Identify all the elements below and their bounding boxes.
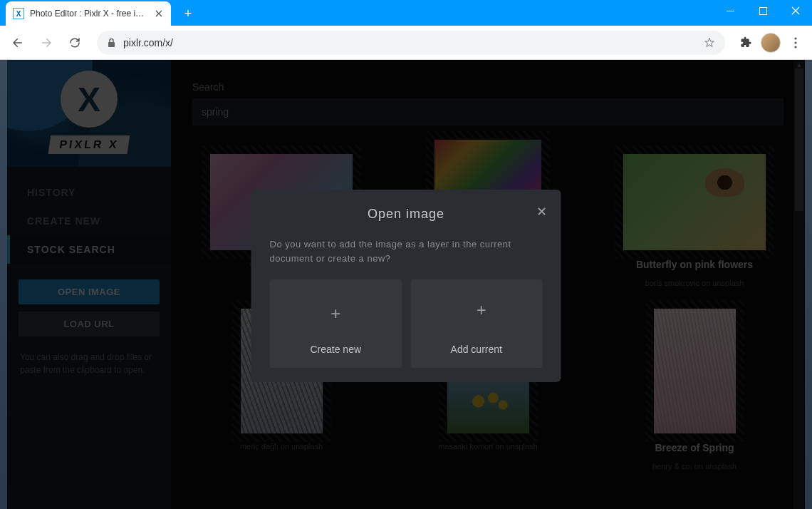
url-text: pixlr.com/x/ xyxy=(123,37,697,48)
modal-close-icon[interactable]: ✕ xyxy=(536,204,547,220)
svg-rect-2 xyxy=(108,42,115,47)
maximize-button[interactable] xyxy=(746,0,779,21)
create-new-label: Create new xyxy=(310,344,361,355)
svg-point-3 xyxy=(794,37,796,39)
modal-description: Do you want to add the image as a layer … xyxy=(270,237,543,265)
back-button[interactable] xyxy=(6,31,30,55)
add-current-label: Add current xyxy=(451,344,502,355)
minimize-button[interactable] xyxy=(714,0,746,21)
profile-avatar[interactable] xyxy=(761,33,781,53)
add-current-icon: + xyxy=(456,297,497,331)
reload-button[interactable] xyxy=(63,31,87,55)
forward-button xyxy=(34,31,58,55)
window-controls xyxy=(714,0,812,21)
lock-icon xyxy=(107,38,116,48)
create-new-icon: + xyxy=(315,297,356,331)
svg-rect-1 xyxy=(759,7,766,14)
browser-toolbar: pixlr.com/x/ xyxy=(0,26,812,60)
svg-point-5 xyxy=(794,46,796,48)
window-titlebar: X Photo Editor : Pixlr X - free image… + xyxy=(0,0,812,26)
tab-title: Photo Editor : Pixlr X - free image… xyxy=(30,9,148,19)
menu-icon[interactable] xyxy=(785,32,806,53)
address-bar[interactable]: pixlr.com/x/ xyxy=(97,31,725,55)
add-current-option[interactable]: + Add current xyxy=(410,279,543,368)
tab-favicon: X xyxy=(13,8,24,19)
new-tab-button[interactable]: + xyxy=(178,4,198,24)
close-window-button[interactable] xyxy=(779,0,812,21)
modal-title: Open image xyxy=(270,207,543,222)
svg-rect-0 xyxy=(727,11,734,11)
open-image-modal: Open image ✕ Do you want to add the imag… xyxy=(251,190,561,382)
browser-tab[interactable]: X Photo Editor : Pixlr X - free image… xyxy=(6,1,171,26)
desktop-bg-left xyxy=(0,60,7,509)
extensions-icon[interactable] xyxy=(735,32,756,53)
create-new-option[interactable]: + Create new xyxy=(270,279,402,368)
tab-close-icon[interactable] xyxy=(154,9,164,19)
desktop-bg-right xyxy=(805,60,812,509)
svg-point-4 xyxy=(794,41,796,43)
bookmark-star-icon[interactable] xyxy=(704,37,715,48)
